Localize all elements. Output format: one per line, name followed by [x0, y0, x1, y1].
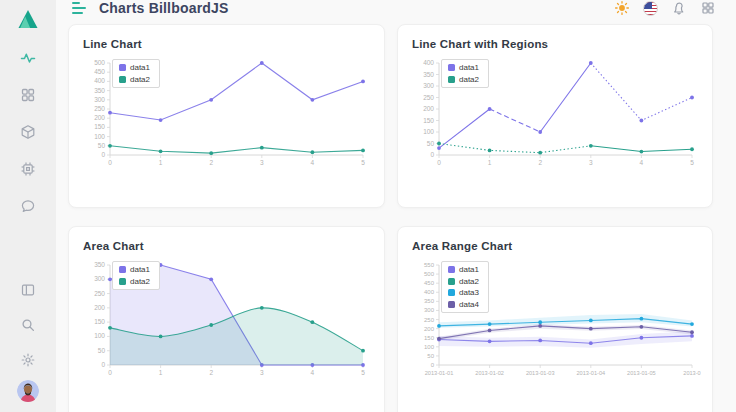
svg-text:1: 1 — [488, 159, 492, 166]
chart-legend: data1data2 — [112, 59, 160, 88]
card-line-chart-regions: Line Chart with Regions 0501001502002503… — [397, 24, 713, 208]
card-title: Line Chart with Regions — [412, 38, 698, 50]
activity-icon[interactable] — [20, 50, 36, 66]
legend-item[interactable]: data1 — [448, 265, 479, 274]
svg-text:2013-0: 2013-0 — [683, 370, 700, 376]
svg-text:0: 0 — [101, 361, 105, 368]
svg-text:200: 200 — [423, 105, 434, 112]
legend-item[interactable]: data4 — [448, 300, 479, 309]
gear-icon[interactable] — [20, 352, 36, 368]
svg-text:50: 50 — [427, 140, 435, 147]
legend-swatch — [119, 266, 126, 273]
language-flag-us[interactable] — [643, 1, 658, 16]
svg-text:150: 150 — [94, 123, 105, 130]
svg-text:3: 3 — [260, 369, 264, 376]
line-chart[interactable]: 050100150200250300350400450500012345data… — [83, 58, 370, 174]
card-title: Area Chart — [83, 240, 370, 252]
legend-label: data1 — [459, 265, 479, 274]
legend-item[interactable]: data2 — [448, 277, 479, 286]
svg-text:500: 500 — [94, 59, 105, 66]
legend-label: data2 — [130, 75, 150, 84]
legend-item[interactable]: data1 — [119, 63, 150, 72]
search-icon[interactable] — [20, 317, 36, 333]
card-area-range-chart: Area Range Chart 05010015020025030035040… — [397, 226, 713, 412]
legend-item[interactable]: data2 — [119, 75, 150, 84]
svg-text:2: 2 — [209, 159, 213, 166]
legend-label: data2 — [459, 277, 479, 286]
legend-item[interactable]: data2 — [448, 75, 479, 84]
svg-text:150: 150 — [423, 117, 434, 124]
svg-text:300: 300 — [94, 96, 105, 103]
svg-text:2013-01-02: 2013-01-02 — [475, 370, 504, 376]
svg-text:200: 200 — [424, 326, 435, 332]
svg-text:50: 50 — [98, 347, 106, 354]
svg-text:3: 3 — [589, 159, 593, 166]
layout-icon[interactable] — [20, 282, 36, 298]
legend-swatch — [448, 289, 455, 296]
legend-swatch — [448, 278, 455, 285]
svg-text:100: 100 — [423, 128, 434, 135]
svg-text:450: 450 — [94, 68, 105, 75]
svg-text:200: 200 — [94, 114, 105, 121]
user-avatar[interactable] — [17, 380, 39, 402]
legend-swatch — [448, 266, 455, 273]
charts-grid: Line Chart 05010015020025030035040045050… — [56, 16, 736, 412]
grid-icon[interactable] — [20, 87, 36, 103]
chart-legend: data1data2 — [112, 261, 160, 290]
chart-legend: data1data2 — [441, 59, 489, 88]
legend-swatch — [448, 76, 455, 83]
legend-item[interactable]: data1 — [119, 265, 150, 274]
card-line-chart: Line Chart 05010015020025030035040045050… — [68, 24, 385, 208]
card-title: Line Chart — [83, 38, 370, 50]
svg-text:0: 0 — [108, 159, 112, 166]
cube-icon[interactable] — [20, 124, 36, 140]
legend-item[interactable]: data2 — [119, 277, 150, 286]
svg-text:0: 0 — [108, 369, 112, 376]
legend-swatch — [119, 278, 126, 285]
svg-text:350: 350 — [423, 71, 434, 78]
svg-text:2: 2 — [209, 369, 213, 376]
chart-legend: data1data2data3data4 — [441, 261, 489, 313]
svg-text:1: 1 — [159, 159, 163, 166]
chat-icon[interactable] — [20, 198, 36, 214]
legend-label: data1 — [130, 265, 150, 274]
legend-item[interactable]: data1 — [448, 63, 479, 72]
svg-text:100: 100 — [424, 344, 435, 350]
svg-text:4: 4 — [640, 159, 644, 166]
card-area-chart: Area Chart 050100150200250300350012345da… — [68, 226, 385, 412]
area-range-chart[interactable]: 0501001502002503003504004505005502013-01… — [412, 260, 698, 384]
svg-text:50: 50 — [427, 353, 434, 359]
svg-text:2013-01-03: 2013-01-03 — [526, 370, 555, 376]
area-chart[interactable]: 050100150200250300350012345data1data2 — [83, 260, 370, 384]
line-chart-with-regions[interactable]: 050100150200250300350400012345data1data2 — [412, 58, 698, 174]
svg-text:5: 5 — [361, 369, 365, 376]
legend-swatch — [448, 301, 455, 308]
svg-text:300: 300 — [424, 307, 435, 313]
main-area: Charts BillboardJS Line Chart — [56, 0, 736, 412]
flatlogic-triangle-logo[interactable] — [17, 8, 39, 30]
apps-grid-icon[interactable] — [700, 0, 716, 16]
svg-text:4: 4 — [311, 159, 315, 166]
legend-swatch — [119, 64, 126, 71]
svg-text:350: 350 — [424, 298, 435, 304]
legend-item[interactable]: data3 — [448, 288, 479, 297]
sidebar-toggle-button[interactable] — [72, 2, 87, 14]
svg-text:300: 300 — [423, 82, 434, 89]
svg-text:5: 5 — [690, 159, 694, 166]
theme-sun-icon[interactable] — [614, 0, 630, 16]
svg-text:350: 350 — [94, 261, 105, 268]
header: Charts BillboardJS — [56, 0, 736, 16]
svg-text:250: 250 — [424, 317, 435, 323]
svg-text:400: 400 — [94, 77, 105, 84]
svg-text:150: 150 — [94, 318, 105, 325]
svg-text:250: 250 — [423, 94, 434, 101]
svg-text:250: 250 — [94, 290, 105, 297]
notifications-bell-icon[interactable] — [671, 0, 687, 16]
svg-text:50: 50 — [98, 142, 106, 149]
page-title: Charts BillboardJS — [99, 0, 229, 16]
svg-text:2013-01-01: 2013-01-01 — [425, 370, 454, 376]
svg-text:0: 0 — [437, 159, 441, 166]
sidebar — [0, 0, 56, 412]
chip-icon[interactable] — [20, 161, 36, 177]
legend-label: data3 — [459, 288, 479, 297]
